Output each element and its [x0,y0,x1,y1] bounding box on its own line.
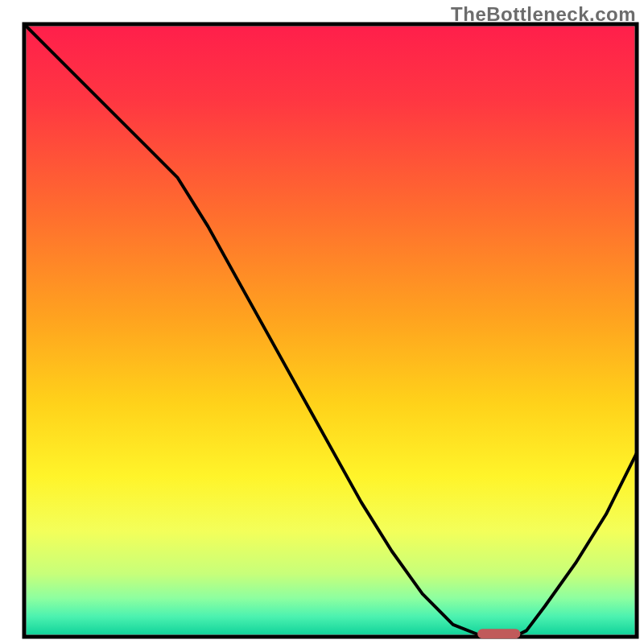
optimal-marker [477,629,520,638]
chart-svg [0,0,644,644]
chart-canvas: TheBottleneck.com [0,0,644,644]
watermark-text: TheBottleneck.com [451,3,636,26]
